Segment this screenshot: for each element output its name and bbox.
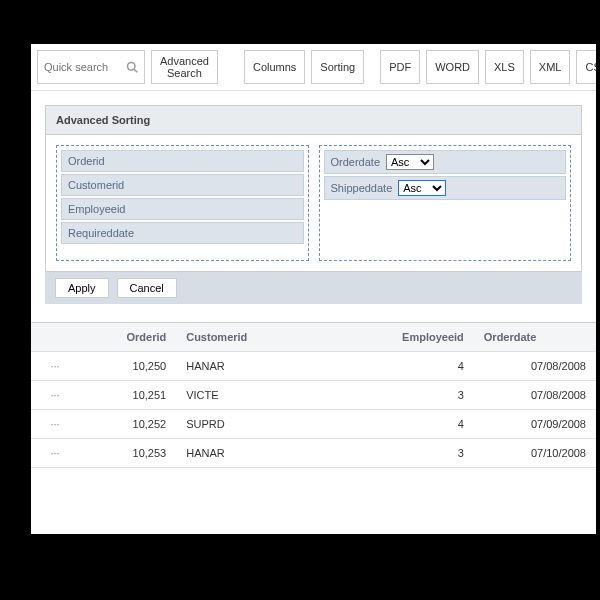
field-requireddate[interactable]: Requireddate (61, 222, 304, 244)
quick-search (37, 50, 145, 84)
available-fields[interactable]: OrderidCustomeridEmployeeidRequireddate (56, 145, 309, 261)
cell-empty (308, 439, 341, 468)
export-word-button[interactable]: WORD (426, 50, 479, 84)
apply-button[interactable]: Apply (55, 278, 109, 298)
toolbar: Advanced Search Columns Sorting PDF WORD… (31, 44, 596, 91)
row-menu-icon[interactable]: ··· (31, 352, 79, 381)
sort-field-label: Shippeddate (331, 182, 393, 194)
cell-empty (308, 410, 341, 439)
cell-orderdate: 07/08/2008 (474, 381, 596, 410)
sorting-button[interactable]: Sorting (311, 50, 364, 84)
cell-employeeid: 4 (341, 410, 474, 439)
search-icon[interactable] (120, 51, 144, 83)
export-csv-button[interactable]: CSV (576, 50, 596, 84)
table-row: ···10,251VICTE307/08/2008 (31, 381, 596, 410)
col-header[interactable]: Customerid (176, 323, 308, 352)
sort-orderdate[interactable]: OrderdateAscDesc (324, 150, 567, 174)
cell-employeeid: 4 (341, 352, 474, 381)
cell-orderdate: 07/10/2008 (474, 439, 596, 468)
row-menu-icon[interactable]: ··· (31, 381, 79, 410)
cell-customerid: HANAR (176, 439, 308, 468)
cell-orderdate: 07/09/2008 (474, 410, 596, 439)
cell-orderid: 10,250 (79, 352, 176, 381)
table-row: ···10,252SUPRD407/09/2008 (31, 410, 596, 439)
quick-search-input[interactable] (38, 51, 120, 83)
sort-field-label: Orderdate (331, 156, 381, 168)
col-header[interactable]: Orderdate (474, 323, 596, 352)
applied-sort-fields[interactable]: OrderdateAscDescShippeddateAscDesc (319, 145, 572, 261)
svg-line-1 (134, 69, 137, 72)
table-row: ···10,253HANAR307/10/2008 (31, 439, 596, 468)
cell-customerid: HANAR (176, 352, 308, 381)
cell-orderid: 10,252 (79, 410, 176, 439)
cell-empty (308, 381, 341, 410)
advanced-sorting-panel: Advanced Sorting OrderidCustomeridEmploy… (45, 105, 582, 272)
export-xml-button[interactable]: XML (530, 50, 571, 84)
export-xls-button[interactable]: XLS (485, 50, 524, 84)
col-header[interactable]: Employeeid (341, 323, 474, 352)
cell-empty (308, 352, 341, 381)
results-grid: OrderidCustomeridEmployeeidOrderdate ···… (31, 322, 596, 468)
svg-point-0 (128, 63, 136, 71)
row-menu-icon[interactable]: ··· (31, 410, 79, 439)
cell-employeeid: 3 (341, 381, 474, 410)
table-row: ···10,250HANAR407/08/2008 (31, 352, 596, 381)
cell-orderid: 10,251 (79, 381, 176, 410)
sort-direction-select[interactable]: AscDesc (386, 154, 434, 170)
field-orderid[interactable]: Orderid (61, 150, 304, 172)
col-header[interactable] (31, 323, 79, 352)
panel-actions: Apply Cancel (45, 272, 582, 304)
advanced-search-button[interactable]: Advanced Search (151, 50, 218, 84)
sort-shippeddate[interactable]: ShippeddateAscDesc (324, 176, 567, 200)
panel-title: Advanced Sorting (46, 106, 581, 135)
field-customerid[interactable]: Customerid (61, 174, 304, 196)
cell-customerid: VICTE (176, 381, 308, 410)
cell-orderid: 10,253 (79, 439, 176, 468)
field-employeeid[interactable]: Employeeid (61, 198, 304, 220)
sort-direction-select[interactable]: AscDesc (398, 180, 446, 196)
cell-orderdate: 07/08/2008 (474, 352, 596, 381)
columns-button[interactable]: Columns (244, 50, 305, 84)
cell-employeeid: 3 (341, 439, 474, 468)
col-header[interactable]: Orderid (79, 323, 176, 352)
col-header[interactable] (308, 323, 341, 352)
row-menu-icon[interactable]: ··· (31, 439, 79, 468)
cell-customerid: SUPRD (176, 410, 308, 439)
export-pdf-button[interactable]: PDF (380, 50, 420, 84)
cancel-button[interactable]: Cancel (117, 278, 177, 298)
